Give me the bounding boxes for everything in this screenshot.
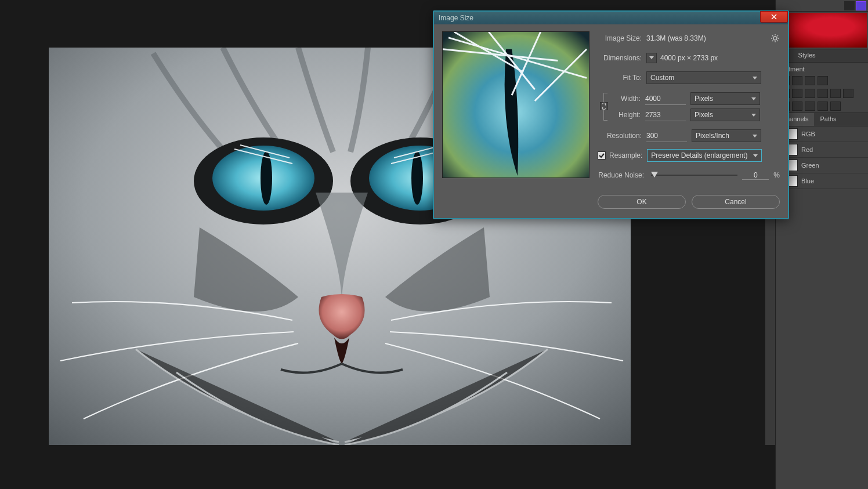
close-button[interactable] — [760, 11, 788, 23]
dimensions-value: 4000 px × 2733 px — [660, 54, 718, 62]
resolution-unit-select[interactable]: Pixels/Inch — [692, 129, 761, 142]
svg-line-25 — [777, 35, 779, 37]
adj-exposure-icon[interactable] — [818, 76, 828, 85]
slider-handle-icon[interactable] — [651, 172, 658, 178]
adj-mixer-icon[interactable] — [830, 89, 841, 98]
adj-levels-icon[interactable] — [792, 76, 802, 85]
reduce-noise-unit: % — [773, 171, 780, 179]
dialog-titlebar[interactable]: Image Size — [434, 12, 788, 24]
channel-label: Blue — [801, 178, 814, 184]
resolution-label: Resolution: — [598, 132, 646, 140]
adj-selective-icon[interactable] — [830, 102, 841, 111]
svg-point-18 — [773, 37, 777, 40]
right-panels: ts Styles justment Channels Paths RGB Re… — [775, 0, 868, 489]
image-size-label: Image Size: — [598, 34, 646, 42]
adj-curves-icon[interactable] — [805, 76, 815, 85]
adj-threshold-icon[interactable] — [805, 102, 815, 111]
tab-paths[interactable]: Paths — [814, 113, 842, 126]
cancel-button[interactable]: Cancel — [692, 195, 780, 209]
constrain-proportions[interactable] — [598, 90, 609, 123]
reduce-noise-value[interactable]: 0 — [742, 171, 769, 180]
adj-hue-icon[interactable] — [792, 89, 802, 98]
adj-bw-icon[interactable] — [805, 89, 815, 98]
width-label: Width: — [609, 95, 645, 103]
panel-adjustments-title: justment — [776, 63, 868, 74]
check-icon — [599, 153, 605, 158]
ok-button[interactable]: OK — [598, 195, 686, 209]
reduce-noise-label: Reduce Noise: — [598, 171, 646, 179]
channel-row[interactable]: RGB — [776, 126, 868, 142]
panel-tabs-top: ts Styles — [776, 49, 868, 63]
resolution-unit-value: Pixels/Inch — [696, 132, 729, 140]
screen-mode-icon[interactable] — [856, 1, 866, 10]
panel-top-icons — [776, 0, 868, 12]
adjustment-icon-row-3 — [776, 100, 868, 113]
svg-line-23 — [772, 35, 773, 37]
channel-row[interactable]: Green — [776, 158, 868, 173]
channels-list: RGB Red Green Blue — [776, 126, 868, 189]
width-unit-value: Pixels — [695, 95, 713, 103]
chevron-down-icon — [649, 56, 654, 60]
resample-value: Preserve Details (enlargement) — [651, 151, 747, 160]
adj-lut-icon[interactable] — [843, 89, 853, 98]
fit-to-select[interactable]: Custom — [646, 71, 761, 84]
color-swatch-preview[interactable] — [777, 13, 867, 48]
adj-posterize-icon[interactable] — [792, 102, 802, 111]
image-size-dialog: Image Size — [433, 10, 789, 219]
resolution-input[interactable]: 300 — [646, 129, 687, 142]
width-unit-select[interactable]: Pixels — [690, 92, 760, 105]
svg-line-26 — [772, 41, 773, 42]
width-input[interactable]: 4000 — [645, 92, 686, 105]
arrange-icon[interactable] — [844, 1, 855, 10]
tab-styles[interactable]: Styles — [793, 49, 822, 62]
resample-checkbox[interactable] — [598, 151, 606, 160]
adj-photo-filter-icon[interactable] — [818, 89, 828, 98]
height-unit-value: Pixels — [695, 111, 713, 119]
height-label: Height: — [609, 111, 645, 119]
adjustment-icon-row-1 — [776, 74, 868, 87]
channel-row[interactable]: Red — [776, 142, 868, 158]
channel-label: RGB — [801, 131, 815, 137]
gear-icon[interactable] — [771, 34, 780, 43]
image-size-value: 31.3M (was 8.33M) — [646, 34, 706, 42]
preview-thumbnail[interactable] — [442, 31, 589, 178]
fit-to-value: Custom — [650, 74, 674, 82]
svg-point-6 — [411, 151, 423, 205]
dialog-title: Image Size — [439, 14, 473, 22]
dimensions-disclosure[interactable] — [646, 53, 657, 63]
close-icon — [771, 14, 777, 20]
channel-label: Red — [801, 146, 813, 153]
channel-row[interactable]: Blue — [776, 173, 868, 189]
resample-select[interactable]: Preserve Details (enlargement) — [647, 149, 762, 162]
adj-gradient-icon[interactable] — [818, 102, 828, 111]
resample-label: Resample: — [609, 151, 647, 160]
height-unit-select[interactable]: Pixels — [690, 108, 760, 121]
fit-to-label: Fit To: — [598, 74, 646, 82]
dimensions-label: Dimensions: — [598, 54, 646, 62]
adjustment-icon-row-2 — [776, 87, 868, 100]
dialog-controls: Image Size: 31.3M (was 8.33M) Dimensions… — [598, 31, 780, 209]
reduce-noise-slider[interactable] — [651, 171, 737, 179]
height-input[interactable]: 2733 — [645, 108, 686, 121]
svg-point-5 — [261, 151, 272, 205]
channel-label: Green — [801, 162, 819, 169]
svg-line-24 — [777, 41, 779, 42]
link-icon — [600, 102, 608, 110]
panel-tabs-channels: Channels Paths — [776, 113, 868, 126]
